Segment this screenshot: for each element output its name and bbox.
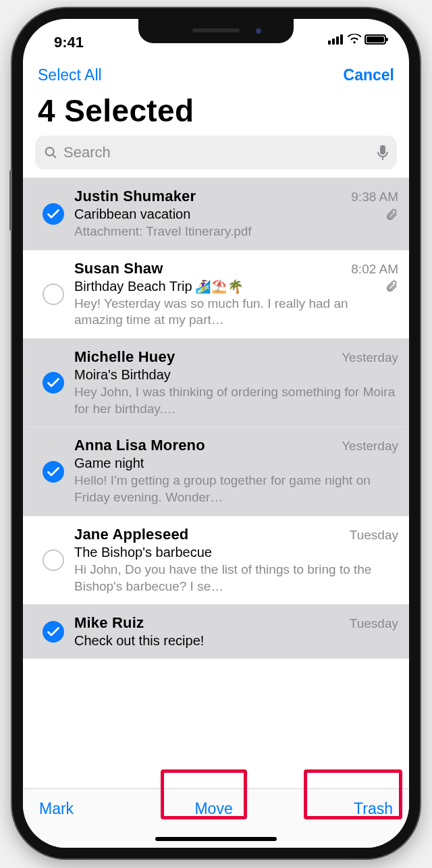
email-sender: Michelle Huey (74, 348, 336, 366)
email-time: Yesterday (336, 350, 398, 365)
select-checkbox[interactable] (43, 283, 64, 305)
nav-bar: Select All Cancel (23, 61, 409, 87)
svg-rect-2 (380, 145, 385, 155)
select-checkbox[interactable] (43, 461, 64, 483)
search-bar[interactable] (35, 136, 397, 169)
cancel-button[interactable]: Cancel (344, 66, 394, 84)
email-time: Yesterday (336, 439, 398, 454)
email-subject: Check out this recipe! (74, 633, 204, 649)
email-subject: Game night (74, 456, 144, 471)
select-all-button[interactable]: Select All (38, 66, 102, 84)
email-row[interactable]: Jane AppleseedTuesdayThe Bishop's barbec… (23, 516, 409, 605)
status-time: 9:41 (54, 34, 84, 51)
email-time: 8:02 AM (346, 262, 398, 277)
email-subject: Moira's Birthday (74, 367, 171, 383)
trash-button[interactable]: Trash (354, 800, 393, 818)
page-title: 4 Selected (23, 87, 409, 136)
email-sender: Susan Shaw (74, 260, 346, 277)
toolbar: Mark Move Trash (23, 788, 409, 848)
search-icon (43, 145, 58, 160)
svg-line-1 (53, 155, 55, 157)
email-sender: Jane Appleseed (74, 526, 344, 543)
email-preview: Hey! Yesterday was so much fun. I really… (74, 296, 398, 329)
select-checkbox[interactable] (43, 549, 64, 571)
search-input[interactable] (63, 144, 371, 161)
attachment-icon (379, 207, 398, 222)
email-row[interactable]: Michelle HueyYesterdayMoira's BirthdayHe… (23, 339, 409, 427)
notch (138, 19, 294, 43)
email-subject: Birthday Beach Trip (74, 279, 192, 294)
move-button[interactable]: Move (194, 800, 232, 818)
home-indicator (155, 837, 277, 841)
battery-icon (364, 34, 386, 45)
email-row[interactable]: Justin Shumaker9:38 AMCaribbean vacation… (23, 178, 409, 250)
email-sender: Justin Shumaker (74, 188, 346, 205)
phone-frame: 9:41 Select All Cancel 4 Selected (12, 8, 420, 859)
email-sender: Mike Ruiz (74, 614, 344, 632)
email-list[interactable]: Justin Shumaker9:38 AMCaribbean vacation… (23, 178, 409, 788)
select-checkbox[interactable] (43, 621, 64, 643)
cellular-icon (328, 34, 343, 45)
email-sender: Anna Lisa Moreno (74, 437, 336, 454)
screen: 9:41 Select All Cancel 4 Selected (23, 19, 409, 848)
mark-button[interactable]: Mark (39, 800, 74, 818)
wifi-icon (347, 34, 360, 45)
attachment-icon (379, 279, 398, 294)
status-icons (328, 34, 386, 45)
select-checkbox[interactable] (43, 372, 64, 394)
email-subject: Caribbean vacation (74, 207, 190, 222)
email-preview: Hi John, Do you have the list of things … (74, 562, 398, 595)
email-row[interactable]: Susan Shaw8:02 AMBirthday Beach Trip🏄‍♀️… (23, 250, 409, 339)
email-time: Tuesday (344, 616, 398, 631)
email-preview: Attachment: Travel Itinerary.pdf (74, 223, 398, 240)
email-row[interactable]: Mike RuizTuesdayCheck out this recipe! (23, 605, 409, 659)
email-time: Tuesday (344, 528, 398, 543)
select-checkbox[interactable] (43, 203, 64, 225)
email-time: 9:38 AM (346, 190, 398, 205)
email-preview: Hello! I'm getting a group together for … (74, 472, 398, 506)
email-row[interactable]: Anna Lisa MorenoYesterdayGame nightHello… (23, 427, 409, 516)
mic-icon[interactable] (377, 144, 389, 161)
emoji: 🏄‍♀️⛱️🌴 (195, 279, 244, 294)
email-preview: Hey John, I was thinking of ordering som… (74, 384, 398, 417)
email-subject: The Bishop's barbecue (74, 545, 212, 560)
